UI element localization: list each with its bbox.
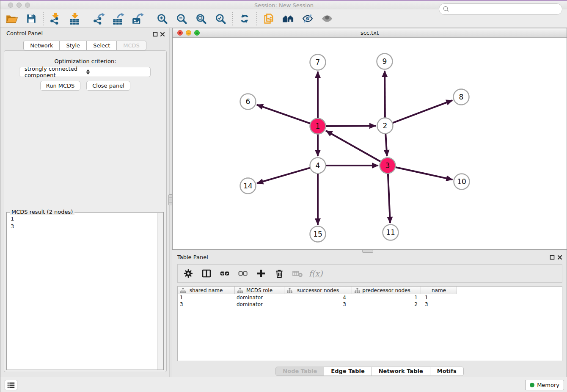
control-panel-close-icon[interactable]: [160, 32, 165, 37]
search-box[interactable]: [439, 3, 562, 15]
table-cell[interactable]: 3: [178, 301, 235, 308]
split-columns-icon[interactable]: [201, 268, 212, 279]
node-label: 4: [316, 161, 320, 170]
folder-open-icon[interactable]: [6, 12, 18, 25]
column-header-successor-nodes[interactable]: successor nodes: [284, 287, 352, 294]
node-9[interactable]: 9: [377, 54, 393, 69]
tab-network-table[interactable]: Network Table: [372, 367, 430, 376]
select-all-icon[interactable]: [219, 268, 230, 279]
table-panel-title: Table Panel: [177, 254, 208, 260]
memory-status-icon: [530, 383, 534, 387]
deselect-all-icon[interactable]: [237, 268, 248, 279]
mcds-result-textarea[interactable]: 13: [7, 213, 163, 370]
import-network-icon[interactable]: [49, 12, 62, 25]
optimization-criterion-label: Optimization criterion:: [4, 58, 167, 64]
table-cell[interactable]: 2: [352, 301, 421, 308]
tab-mcds[interactable]: MCDS: [116, 41, 146, 50]
node-8[interactable]: 8: [454, 89, 469, 105]
run-mcds-button[interactable]: Run MCDS: [40, 81, 80, 91]
table-panel-float-icon[interactable]: [550, 255, 555, 260]
node-label: 11: [386, 228, 395, 237]
gear-icon[interactable]: [183, 268, 194, 279]
node-table[interactable]: shared nameMCDS rolesuccessor nodesprede…: [177, 286, 562, 361]
task-history-button[interactable]: [5, 380, 17, 390]
toolbar-separator: [256, 12, 257, 25]
node-label: 1: [316, 122, 320, 130]
column-header-mcds-role[interactable]: MCDS role: [235, 287, 284, 294]
edge-3-1[interactable]: [326, 131, 380, 162]
add-row-icon[interactable]: [256, 268, 267, 279]
export-image-icon[interactable]: [132, 12, 144, 25]
node-label: 2: [383, 121, 388, 130]
refresh-icon[interactable]: [238, 12, 251, 25]
node-4[interactable]: 4: [310, 158, 326, 174]
tab-edge-table[interactable]: Edge Table: [324, 367, 372, 376]
table-panel-close-icon[interactable]: [557, 255, 562, 260]
export-network-icon[interactable]: [93, 12, 105, 25]
zoom-fit-icon[interactable]: [195, 12, 207, 25]
table-cell[interactable]: 4: [284, 294, 352, 301]
table-cell[interactable]: dominator: [235, 294, 284, 301]
node-2[interactable]: 2: [377, 118, 393, 134]
node-10[interactable]: 10: [454, 174, 470, 190]
node-1[interactable]: 1: [310, 119, 326, 134]
horizontal-splitter-handle[interactable]: [362, 250, 373, 253]
table-cell[interactable]: 3: [421, 301, 457, 308]
result-scrollbar[interactable]: [157, 213, 163, 370]
toolbar-separator: [150, 12, 150, 25]
floppy-save-icon[interactable]: [25, 12, 38, 25]
zoom-out-icon[interactable]: [175, 12, 188, 25]
table-cell[interactable]: 1: [178, 294, 235, 301]
tab-select[interactable]: Select: [86, 41, 117, 50]
mcds-result-lines: 13: [7, 213, 157, 370]
table-cell[interactable]: 1: [352, 294, 421, 301]
node-14[interactable]: 14: [240, 178, 256, 194]
node-6[interactable]: 6: [240, 94, 256, 110]
zoom-selected-icon[interactable]: [214, 12, 227, 25]
edge-3-11[interactable]: [388, 174, 390, 223]
table-row[interactable]: 3dominator323: [178, 301, 562, 308]
zoom-in-icon[interactable]: [156, 12, 168, 25]
delete-row-icon[interactable]: [274, 268, 285, 279]
node-7[interactable]: 7: [310, 55, 326, 70]
optimization-criterion-select[interactable]: strongly connected component: [19, 67, 151, 77]
edge-4-14[interactable]: [257, 168, 310, 183]
node-label: 10: [457, 177, 466, 186]
node-15[interactable]: 15: [310, 226, 326, 242]
edge-2-8[interactable]: [393, 100, 453, 123]
houses-icon[interactable]: [282, 12, 295, 25]
table-cell[interactable]: dominator: [235, 301, 284, 308]
search-input[interactable]: [450, 5, 562, 14]
status-bar: Memory: [0, 377, 567, 392]
control-panel-float-icon[interactable]: [153, 32, 158, 37]
network-canvas[interactable]: 7968124314101511: [173, 38, 567, 250]
column-header-predecessor-nodes[interactable]: predecessor nodes: [352, 287, 421, 294]
network-window-titlebar[interactable]: ✕ − + scc.txt: [173, 28, 567, 38]
table-cell[interactable]: 3: [284, 301, 352, 308]
tab-node-table[interactable]: Node Table: [275, 367, 324, 376]
edge-1-6[interactable]: [257, 105, 310, 123]
edge-3-10[interactable]: [396, 167, 453, 179]
tab-motifs[interactable]: Motifs: [430, 367, 464, 376]
close-panel-button[interactable]: Close panel: [86, 81, 130, 91]
table-cell[interactable]: 1: [421, 294, 457, 301]
edge-1-2[interactable]: [326, 126, 376, 126]
export-table-icon[interactable]: [112, 12, 125, 25]
column-header-name[interactable]: name: [421, 287, 457, 294]
node-label: 6: [246, 97, 250, 106]
node-11[interactable]: 11: [383, 225, 399, 240]
tab-style[interactable]: Style: [59, 41, 87, 50]
memory-button[interactable]: Memory: [525, 380, 564, 390]
eye-icon[interactable]: [321, 12, 333, 25]
node-label: 8: [459, 93, 464, 101]
node-3[interactable]: 3: [380, 158, 396, 174]
hide-eye-icon[interactable]: [301, 12, 314, 25]
edge-2-9[interactable]: [385, 71, 385, 118]
edge-2-3[interactable]: [385, 134, 387, 156]
import-table-icon[interactable]: [69, 12, 81, 25]
tab-network[interactable]: Network: [23, 41, 60, 50]
column-header-shared-name[interactable]: shared name: [178, 287, 235, 294]
node-label: 15: [313, 230, 322, 238]
table-row[interactable]: 1dominator411: [178, 294, 562, 301]
duplicate-network-icon[interactable]: [262, 12, 275, 25]
